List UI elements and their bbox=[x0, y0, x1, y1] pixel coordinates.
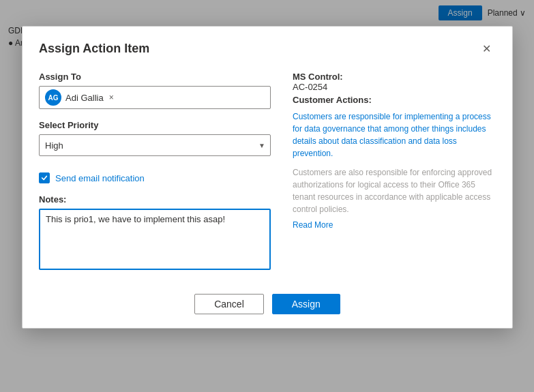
cancel-button[interactable]: Cancel bbox=[194, 294, 264, 314]
priority-select[interactable]: High Medium Low Critical bbox=[39, 134, 271, 156]
priority-select-wrapper: High Medium Low Critical ▼ bbox=[39, 134, 271, 156]
select-priority-label: Select Priority bbox=[39, 120, 271, 130]
left-column: Assign To AG Adi Gallia × Select Priorit… bbox=[39, 72, 271, 272]
ms-control-label: MS Control: bbox=[293, 72, 343, 82]
avatar-initials: AG bbox=[48, 94, 59, 102]
email-notification-checkbox[interactable] bbox=[39, 172, 50, 183]
customer-actions-text1: Customers are responsible for implementi… bbox=[293, 110, 496, 160]
modal-footer: Cancel Assign bbox=[23, 286, 512, 328]
read-more-link[interactable]: Read More bbox=[293, 220, 333, 230]
email-notification-label[interactable]: Send email notification bbox=[55, 173, 145, 183]
email-notification-row: Send email notification bbox=[39, 172, 271, 183]
assign-button[interactable]: Assign bbox=[272, 294, 340, 314]
modal-header: Assign Action Item ✕ bbox=[23, 27, 512, 66]
modal-body: Assign To AG Adi Gallia × Select Priorit… bbox=[23, 66, 512, 286]
assignee-name: Adi Gallia bbox=[65, 93, 104, 103]
customer-actions-text2: Customers are also responsible for enfor… bbox=[293, 166, 496, 215]
ms-control-value: AC-0254 bbox=[293, 82, 496, 92]
notes-label: Notes: bbox=[39, 194, 271, 205]
right-column: MS Control: AC-0254 Customer Actions: Cu… bbox=[293, 72, 496, 272]
close-button[interactable]: ✕ bbox=[477, 39, 496, 58]
assign-action-item-modal: Assign Action Item ✕ Assign To AG Adi Ga… bbox=[22, 26, 513, 329]
tag-close-icon: × bbox=[109, 93, 114, 102]
assign-to-field: AG Adi Gallia × bbox=[39, 86, 271, 109]
customer-actions-label: Customer Actions: bbox=[293, 95, 496, 105]
remove-assignee-button[interactable]: × bbox=[108, 93, 115, 102]
notes-textarea[interactable]: This is prio1, we have to implement this… bbox=[39, 209, 271, 270]
modal-title: Assign Action Item bbox=[39, 42, 149, 56]
close-icon: ✕ bbox=[482, 42, 491, 55]
assign-to-label: Assign To bbox=[39, 72, 271, 82]
avatar: AG bbox=[45, 89, 61, 106]
checkmark-icon bbox=[41, 175, 48, 181]
